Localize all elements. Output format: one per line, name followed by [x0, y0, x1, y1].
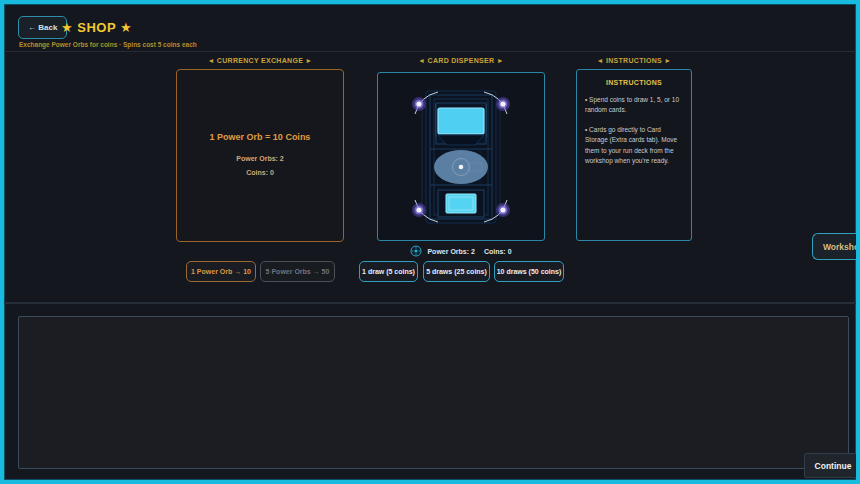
instructions-section-title: ◄ INSTRUCTIONS ►	[576, 57, 692, 64]
card-dispenser-panel	[377, 72, 545, 241]
power-orbs-count: Power Orbs: 2	[236, 155, 283, 162]
middle-divider	[4, 302, 860, 304]
status-power-orbs: Power Orbs: 2	[427, 248, 474, 255]
currency-exchange-section-title: ◄ CURRENCY EXCHANGE ►	[176, 57, 344, 64]
power-orb-icon	[410, 245, 422, 257]
bottom-empty-panel	[18, 316, 849, 469]
back-button[interactable]: ← Back	[18, 16, 67, 39]
header-divider	[4, 51, 860, 52]
shop-subtitle: Exchange Power Orbs for coins · Spins co…	[19, 41, 197, 48]
exchange-rate-text: 1 Power Orb = 10 Coins	[210, 132, 311, 142]
card-dispenser-section-title: ◄ CARD DISPENSER ►	[377, 57, 545, 64]
draw-1-button[interactable]: 1 draw (5 coins)	[359, 261, 418, 282]
page-title: ★ SHOP ★	[61, 20, 132, 35]
status-coins: Coins: 0	[484, 248, 512, 255]
instructions-panel-title: INSTRUCTIONS	[585, 79, 683, 86]
workshop-button[interactable]: Workshop	[812, 233, 860, 260]
draw-10-button[interactable]: 10 draws (50 coins)	[494, 261, 564, 282]
draw-5-button[interactable]: 5 draws (25 coins)	[423, 261, 490, 282]
instructions-panel: INSTRUCTIONS • Spend coins to draw 1, 5,…	[576, 69, 692, 241]
continue-button[interactable]: Continue	[804, 453, 860, 478]
exchange-1-orb-button[interactable]: 1 Power Orb → 10	[186, 261, 256, 282]
instruction-bullet: • Cards go directly to Card Storage (Ext…	[585, 125, 683, 167]
coins-count: Coins: 0	[246, 169, 274, 176]
shop-screen: ← Back ★ SHOP ★ Exchange Power Orbs for …	[0, 0, 860, 484]
instruction-bullet: • Spend coins to draw 1, 5, or 10 random…	[585, 95, 683, 116]
dispenser-status-row: Power Orbs: 2 Coins: 0	[377, 245, 545, 257]
currency-exchange-panel: 1 Power Orb = 10 Coins Power Orbs: 2 Coi…	[176, 69, 344, 242]
exchange-5-orbs-button[interactable]: 5 Power Orbs → 50	[260, 261, 335, 282]
card-dispenser-machine-illustration	[402, 83, 520, 231]
